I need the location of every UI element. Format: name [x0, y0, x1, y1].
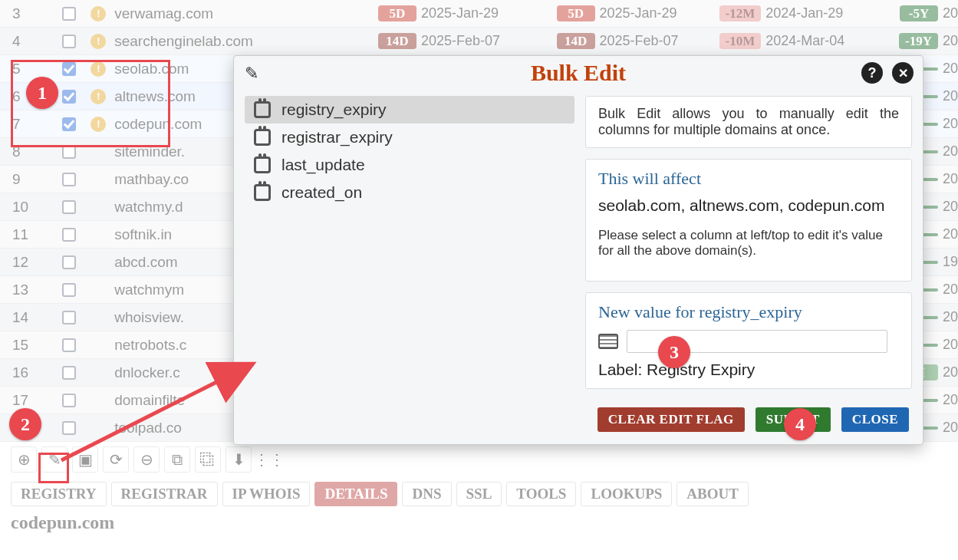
- intro-card: Bulk Edit allows you to manually edit th…: [585, 96, 912, 148]
- dialog-header: ✎ Bulk Edit ? ✕: [234, 56, 923, 90]
- close-button[interactable]: CLOSE: [841, 407, 909, 432]
- dialog-footer: CLEAR EDIT FLAG SUBMIT CLOSE: [234, 400, 923, 444]
- pencil-icon: ✎: [245, 64, 258, 84]
- newvalue-card: New value for registry_expiry Label: Reg…: [585, 292, 912, 389]
- calendar-icon: [254, 101, 271, 118]
- affect-heading: This will affect: [598, 169, 899, 189]
- calendar-icon: [254, 156, 271, 173]
- column-item-created_on[interactable]: created_on: [245, 179, 574, 206]
- column-item-label: last_update: [281, 156, 365, 174]
- column-item-label: registrar_expiry: [281, 128, 393, 147]
- keyboard-icon: [598, 334, 618, 349]
- calendar-icon: [254, 129, 271, 146]
- clear-edit-flag-button[interactable]: CLEAR EDIT FLAG: [598, 407, 745, 432]
- intro-text: Bulk Edit allows you to manually edit th…: [598, 106, 899, 138]
- column-item-registrar_expiry[interactable]: registrar_expiry: [245, 124, 574, 151]
- calendar-icon: [254, 184, 271, 201]
- submit-button[interactable]: SUBMIT: [756, 407, 831, 432]
- dialog-title: Bulk Edit: [531, 60, 626, 86]
- affect-hint: Please select a column at left/top to ed…: [598, 228, 899, 259]
- help-icon[interactable]: ?: [861, 62, 883, 84]
- column-item-label: registry_expiry: [281, 100, 387, 119]
- affect-domain-list: seolab.com, altnews.com, codepun.com: [598, 196, 899, 215]
- bulk-edit-dialog: ✎ Bulk Edit ? ✕ registry_expiryregistrar…: [233, 55, 923, 445]
- affect-card: This will affect seolab.com, altnews.com…: [585, 159, 912, 282]
- newvalue-heading: New value for registry_expiry: [598, 302, 899, 322]
- column-list: registry_expiryregistrar_expirylast_upda…: [245, 96, 574, 389]
- column-item-label: created_on: [281, 183, 362, 202]
- column-item-registry_expiry[interactable]: registry_expiry: [245, 96, 574, 124]
- newvalue-input[interactable]: [627, 330, 887, 353]
- column-item-last_update[interactable]: last_update: [245, 151, 574, 179]
- newvalue-label: Label: Registry Expiry: [598, 361, 899, 379]
- close-icon[interactable]: ✕: [892, 62, 914, 84]
